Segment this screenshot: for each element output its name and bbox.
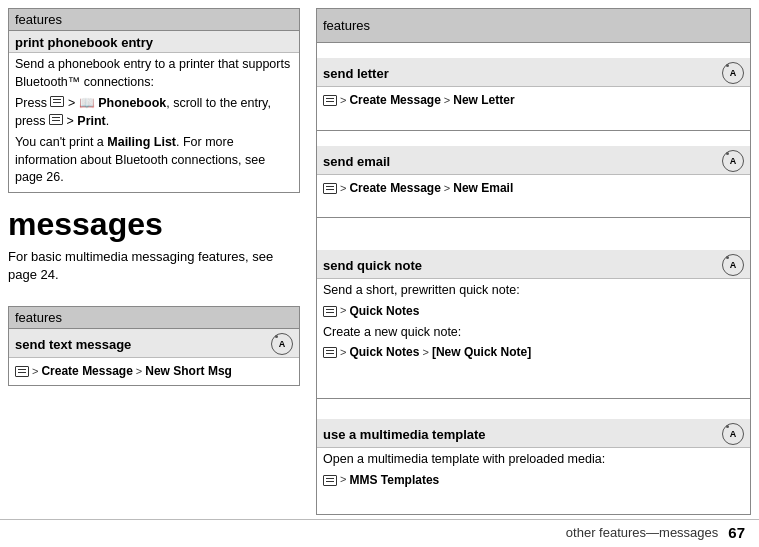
messages-subtitle: For basic multimedia messaging features,… bbox=[8, 248, 300, 284]
multimedia-row-header: use a multimedia template bbox=[317, 419, 750, 448]
messages-title: messages bbox=[8, 207, 300, 242]
send-quick-body: Send a short, prewritten quick note: > Q… bbox=[317, 279, 750, 366]
quick-notes-label2: Quick Notes bbox=[349, 344, 419, 361]
footer-text: other features—messages bbox=[566, 525, 718, 540]
send-letter-body: > Create Message > New Letter bbox=[317, 87, 750, 114]
send-letter-cmd: > Create Message > New Letter bbox=[323, 92, 744, 109]
menu-icon-send-email bbox=[323, 183, 337, 194]
send-letter-icon bbox=[722, 62, 744, 84]
multimedia-desc1: Open a multimedia template with preloade… bbox=[323, 451, 744, 469]
page-footer: other features—messages 67 bbox=[0, 519, 759, 541]
send-text-cmd-path: New Short Msg bbox=[145, 363, 232, 380]
send-email-title: send email bbox=[323, 154, 390, 169]
menu-icon-send-letter bbox=[323, 95, 337, 106]
send-quick-icon bbox=[722, 254, 744, 276]
send-letter-cmd-text: Create Message bbox=[349, 92, 440, 109]
menu-icon-quick2 bbox=[323, 347, 337, 358]
multimedia-icon bbox=[722, 423, 744, 445]
send-email-cmd-text: Create Message bbox=[349, 180, 440, 197]
left-bottom-table-header: features bbox=[9, 307, 300, 329]
send-letter-title: send letter bbox=[323, 66, 389, 81]
send-letter-row-header: send letter bbox=[317, 58, 750, 87]
mms-templates-label: MMS Templates bbox=[349, 472, 439, 489]
new-quick-note-label: [New Quick Note] bbox=[432, 344, 531, 361]
messages-section: messages For basic multimedia messaging … bbox=[8, 193, 300, 307]
right-table-header: features bbox=[317, 9, 751, 43]
menu-icon-send-text bbox=[15, 366, 29, 377]
print-phonebook-desc3: You can't print a Mailing List. For more… bbox=[15, 134, 293, 187]
send-text-title: send text message bbox=[15, 337, 131, 352]
send-text-body: > Create Message > New Short Msg bbox=[9, 358, 299, 385]
phonebook-icon-text: 📖 bbox=[79, 96, 95, 110]
send-text-cmd-text: Create Message bbox=[41, 363, 132, 380]
send-email-row-header: send email bbox=[317, 146, 750, 175]
multimedia-body: Open a multimedia template with preloade… bbox=[317, 448, 750, 493]
print-phonebook-row-header: print phonebook entry bbox=[9, 31, 299, 53]
send-text-icon bbox=[271, 333, 293, 355]
send-quick-row-header: send quick note bbox=[317, 250, 750, 279]
send-email-icon bbox=[722, 150, 744, 172]
print-phonebook-desc1: Send a phonebook entry to a printer that… bbox=[15, 56, 293, 91]
left-table-header: features bbox=[9, 9, 300, 31]
send-quick-cmd2: > Quick Notes > [New Quick Note] bbox=[323, 344, 744, 361]
print-phonebook-body: Send a phonebook entry to a printer that… bbox=[9, 53, 299, 192]
send-email-cmd: > Create Message > New Email bbox=[323, 180, 744, 197]
send-quick-desc2: Create a new quick note: bbox=[323, 324, 744, 342]
menu-icon-2 bbox=[49, 114, 63, 125]
send-quick-cmd1: > Quick Notes bbox=[323, 303, 744, 320]
quick-notes-label: Quick Notes bbox=[349, 303, 419, 320]
send-email-body: > Create Message > New Email bbox=[317, 175, 750, 202]
send-quick-desc1: Send a short, prewritten quick note: bbox=[323, 282, 744, 300]
multimedia-cmd1: > MMS Templates bbox=[323, 472, 744, 489]
print-phonebook-title: print phonebook entry bbox=[15, 35, 153, 50]
menu-icon-multimedia bbox=[323, 475, 337, 486]
menu-icon-1 bbox=[50, 96, 64, 107]
print-phonebook-desc2: Press > 📖 Phonebook, scroll to the entry… bbox=[15, 95, 293, 130]
multimedia-title: use a multimedia template bbox=[323, 427, 486, 442]
send-text-row-header: send text message bbox=[9, 329, 299, 358]
send-text-cmd: > Create Message > New Short Msg bbox=[15, 363, 293, 380]
footer-page: 67 bbox=[728, 524, 745, 541]
menu-icon-quick1 bbox=[323, 306, 337, 317]
send-email-cmd-path: New Email bbox=[453, 180, 513, 197]
send-quick-title: send quick note bbox=[323, 258, 422, 273]
send-letter-cmd-path: New Letter bbox=[453, 92, 514, 109]
